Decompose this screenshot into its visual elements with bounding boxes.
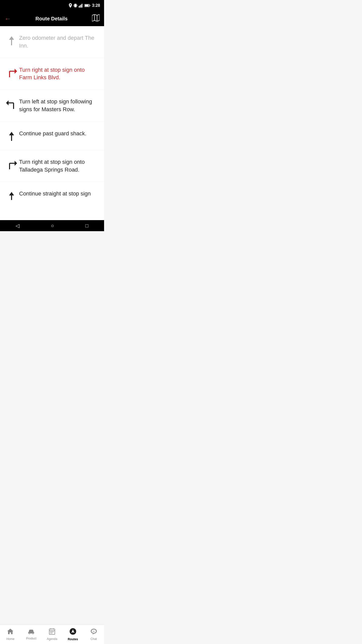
svg-rect-9 bbox=[85, 5, 88, 7]
svg-marker-25 bbox=[15, 161, 17, 166]
svg-rect-0 bbox=[74, 4, 76, 7]
back-system-button[interactable]: ◁ bbox=[16, 223, 19, 229]
svg-marker-27 bbox=[9, 192, 14, 195]
step-6-icon bbox=[4, 190, 19, 200]
svg-rect-3 bbox=[79, 6, 79, 8]
svg-rect-2 bbox=[77, 5, 77, 7]
svg-marker-14 bbox=[9, 36, 14, 40]
status-bar: 3:28 bbox=[0, 0, 104, 11]
step-1: Zero odometer and depart The Inn. bbox=[0, 26, 104, 58]
step-2-text: Turn right at stop sign onto Farm Links … bbox=[19, 66, 99, 82]
back-button[interactable]: ← bbox=[5, 15, 11, 22]
map-icon[interactable] bbox=[92, 14, 100, 23]
step-5-text: Turn right at stop sign onto Talladega S… bbox=[19, 158, 99, 174]
status-time: 3:28 bbox=[92, 3, 100, 8]
page-title: Route Details bbox=[35, 16, 68, 22]
step-3: Turn left at stop sign following signs f… bbox=[0, 90, 104, 122]
step-2-icon bbox=[4, 66, 19, 78]
svg-marker-22 bbox=[9, 132, 14, 135]
step-1-icon bbox=[4, 34, 19, 46]
svg-marker-20 bbox=[6, 100, 9, 105]
svg-rect-4 bbox=[80, 5, 80, 8]
location-icon bbox=[69, 3, 72, 8]
app-header: ← Route Details bbox=[0, 11, 104, 26]
step-3-icon bbox=[4, 98, 19, 110]
step-5: Turn right at stop sign onto Talladega S… bbox=[0, 150, 104, 182]
svg-rect-6 bbox=[82, 4, 82, 8]
step-4-icon bbox=[4, 130, 19, 142]
route-steps-list: Zero odometer and depart The Inn. Turn r… bbox=[0, 26, 104, 220]
svg-rect-5 bbox=[81, 5, 81, 8]
system-nav-bar: ◁ ○ □ bbox=[0, 220, 104, 231]
step-4-text: Continue past guard shack. bbox=[19, 130, 99, 138]
svg-rect-8 bbox=[89, 5, 90, 6]
svg-marker-17 bbox=[15, 69, 17, 74]
step-6-partial: Continue straight at stop sign bbox=[0, 182, 104, 200]
signal-icon bbox=[79, 4, 83, 8]
svg-rect-1 bbox=[74, 5, 74, 7]
step-3-text: Turn left at stop sign following signs f… bbox=[19, 98, 99, 113]
step-4: Continue past guard shack. bbox=[0, 122, 104, 150]
status-icons bbox=[69, 3, 90, 8]
step-2: Turn right at stop sign onto Farm Links … bbox=[0, 58, 104, 90]
svg-marker-10 bbox=[92, 14, 100, 21]
step-1-text: Zero odometer and depart The Inn. bbox=[19, 34, 99, 50]
step-5-icon bbox=[4, 158, 19, 170]
battery-icon bbox=[84, 4, 90, 7]
step-6-text: Continue straight at stop sign bbox=[19, 190, 99, 198]
vibrate-icon bbox=[73, 3, 77, 8]
home-system-button[interactable]: ○ bbox=[51, 223, 54, 229]
recents-system-button[interactable]: □ bbox=[85, 223, 88, 229]
